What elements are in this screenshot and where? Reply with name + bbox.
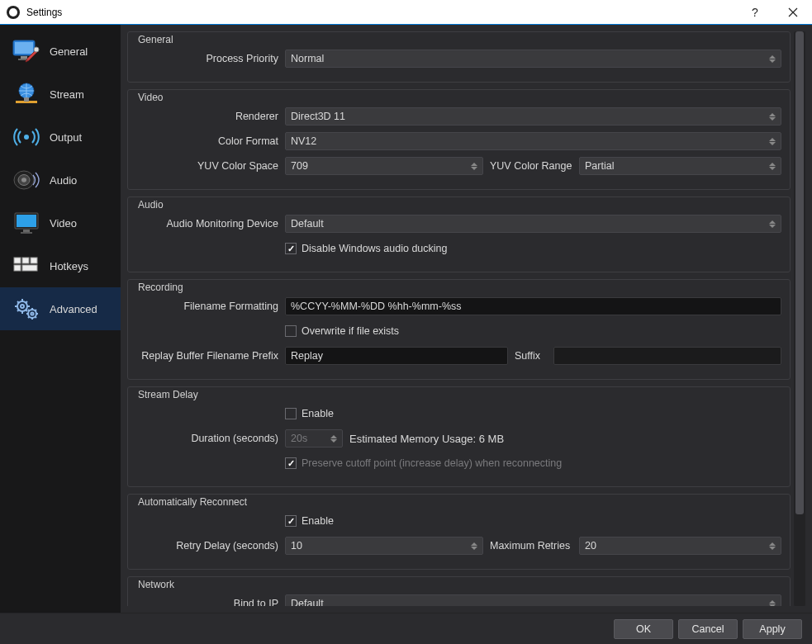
sidebar-item-label: Stream bbox=[50, 88, 84, 101]
sidebar-item-label: Hotkeys bbox=[50, 260, 88, 272]
process-priority-label: Process Priority bbox=[136, 53, 285, 64]
dropdown-arrows-icon bbox=[767, 133, 777, 149]
monitor-wrench-icon bbox=[12, 36, 41, 66]
svg-rect-14 bbox=[23, 230, 30, 232]
vertical-scrollbar[interactable] bbox=[794, 31, 805, 606]
renderer-label: Renderer bbox=[136, 111, 285, 122]
preserve-cutoff-checkbox[interactable]: Preserve cutoff point (increase delay) w… bbox=[285, 457, 562, 469]
sidebar-item-label: Output bbox=[50, 131, 82, 144]
apply-button[interactable]: Apply bbox=[743, 619, 802, 639]
sidebar-item-stream[interactable]: Stream bbox=[0, 73, 121, 116]
filename-formatting-input[interactable] bbox=[285, 297, 781, 315]
yuv-color-range-label: YUV Color Range bbox=[490, 160, 572, 172]
spin-value: 10 bbox=[291, 540, 302, 552]
group-video: Video Renderer Direct3D 11 Color Format bbox=[127, 89, 791, 190]
bind-ip-label: Bind to IP bbox=[136, 598, 285, 606]
svg-point-4 bbox=[34, 47, 39, 52]
dropdown-arrows-icon bbox=[767, 50, 777, 67]
dropdown-arrows-icon bbox=[469, 158, 479, 174]
sidebar-item-hotkeys[interactable]: Hotkeys bbox=[0, 244, 121, 287]
svg-rect-17 bbox=[22, 258, 29, 263]
checkbox-box-icon bbox=[285, 243, 297, 254]
svg-rect-1 bbox=[15, 42, 33, 54]
retry-delay-spin[interactable]: 10 bbox=[285, 537, 483, 555]
broadcast-icon bbox=[12, 122, 41, 152]
replay-prefix-input[interactable] bbox=[285, 347, 508, 365]
replay-prefix-label: Replay Buffer Filename Prefix bbox=[136, 350, 285, 362]
max-retries-spin[interactable]: 20 bbox=[579, 537, 781, 555]
filename-formatting-label: Filename Formatting bbox=[136, 301, 285, 312]
monitoring-device-label: Audio Monitoring Device bbox=[136, 218, 285, 230]
spin-value: 20s bbox=[291, 433, 307, 444]
globe-network-icon bbox=[12, 79, 41, 109]
gears-icon bbox=[12, 294, 41, 324]
group-title: Recording bbox=[136, 282, 185, 293]
sidebar-item-label: Video bbox=[50, 217, 77, 230]
spin-arrows-icon bbox=[767, 537, 777, 554]
combo-value: Default bbox=[291, 218, 324, 230]
sidebar-item-video[interactable]: Video bbox=[0, 201, 121, 244]
retry-delay-label: Retry Delay (seconds) bbox=[136, 540, 285, 552]
monitor-icon bbox=[12, 208, 41, 238]
checkbox-label: Enable bbox=[302, 515, 334, 527]
spin-value: 20 bbox=[585, 540, 596, 552]
process-priority-select[interactable]: Normal bbox=[285, 50, 781, 68]
color-format-select[interactable]: NV12 bbox=[285, 132, 781, 150]
sidebar-item-general[interactable]: General bbox=[0, 30, 121, 73]
svg-rect-20 bbox=[22, 265, 37, 271]
window-title: Settings bbox=[26, 7, 736, 18]
checkbox-label: Disable Windows audio ducking bbox=[302, 243, 447, 254]
color-format-label: Color Format bbox=[136, 135, 285, 147]
stream-delay-enable-checkbox[interactable]: Enable bbox=[285, 408, 334, 419]
sidebar-item-advanced[interactable]: Advanced bbox=[0, 287, 121, 330]
svg-rect-15 bbox=[21, 232, 32, 234]
svg-rect-13 bbox=[17, 215, 36, 227]
checkbox-box-icon bbox=[285, 325, 297, 337]
monitoring-device-select[interactable]: Default bbox=[285, 215, 781, 233]
app-icon bbox=[7, 6, 20, 19]
svg-rect-19 bbox=[14, 265, 21, 271]
checkbox-box-icon bbox=[285, 457, 297, 469]
combo-value: Normal bbox=[291, 53, 324, 64]
suffix-input[interactable] bbox=[553, 347, 781, 365]
group-stream-delay: Stream Delay Enable Duration (seconds) bbox=[127, 386, 791, 487]
stream-delay-duration-label: Duration (seconds) bbox=[136, 433, 285, 444]
group-title: Video bbox=[136, 92, 164, 103]
bind-ip-select[interactable]: Default bbox=[285, 594, 781, 606]
yuv-color-range-select[interactable]: Partial bbox=[579, 157, 781, 175]
auto-reconnect-enable-checkbox[interactable]: Enable bbox=[285, 515, 334, 527]
settings-content: General Process Priority Normal Video Re… bbox=[127, 31, 791, 606]
group-recording: Recording Filename Formatting Overwrite … bbox=[127, 279, 791, 380]
sidebar-item-output[interactable]: Output bbox=[0, 116, 121, 159]
combo-value: Default bbox=[291, 598, 324, 606]
speaker-icon bbox=[12, 165, 41, 195]
group-title: Audio bbox=[136, 199, 165, 211]
scrollbar-thumb[interactable] bbox=[795, 31, 804, 514]
group-audio: Audio Audio Monitoring Device Default bbox=[127, 197, 791, 272]
help-button[interactable]: ? bbox=[736, 0, 774, 25]
disable-ducking-checkbox[interactable]: Disable Windows audio ducking bbox=[285, 243, 447, 254]
sidebar-item-label: Audio bbox=[50, 174, 77, 187]
dropdown-arrows-icon bbox=[767, 215, 777, 232]
svg-rect-16 bbox=[14, 258, 21, 263]
svg-rect-7 bbox=[24, 97, 29, 102]
sidebar-item-audio[interactable]: Audio bbox=[0, 159, 121, 201]
checkbox-label: Overwrite if file exists bbox=[302, 325, 399, 337]
svg-point-22 bbox=[21, 305, 24, 308]
group-title: Network bbox=[136, 579, 176, 590]
group-title: Stream Delay bbox=[136, 389, 200, 400]
close-button[interactable] bbox=[774, 0, 812, 25]
settings-sidebar: General Stream Output Audio Video bbox=[0, 25, 121, 613]
dropdown-arrows-icon bbox=[767, 595, 777, 606]
stream-delay-duration-spin[interactable]: 20s bbox=[285, 429, 343, 447]
checkbox-label: Preserve cutoff point (increase delay) w… bbox=[302, 457, 562, 469]
renderer-select[interactable]: Direct3D 11 bbox=[285, 107, 781, 125]
checkbox-box-icon bbox=[285, 515, 297, 527]
sidebar-item-label: General bbox=[50, 45, 88, 58]
estimated-memory-text: Estimated Memory Usage: 6 MB bbox=[349, 433, 504, 445]
yuv-color-space-select[interactable]: 709 bbox=[285, 157, 483, 175]
combo-value: NV12 bbox=[291, 135, 316, 147]
overwrite-checkbox[interactable]: Overwrite if file exists bbox=[285, 325, 399, 337]
ok-button[interactable]: OK bbox=[614, 619, 673, 639]
cancel-button[interactable]: Cancel bbox=[678, 619, 738, 639]
